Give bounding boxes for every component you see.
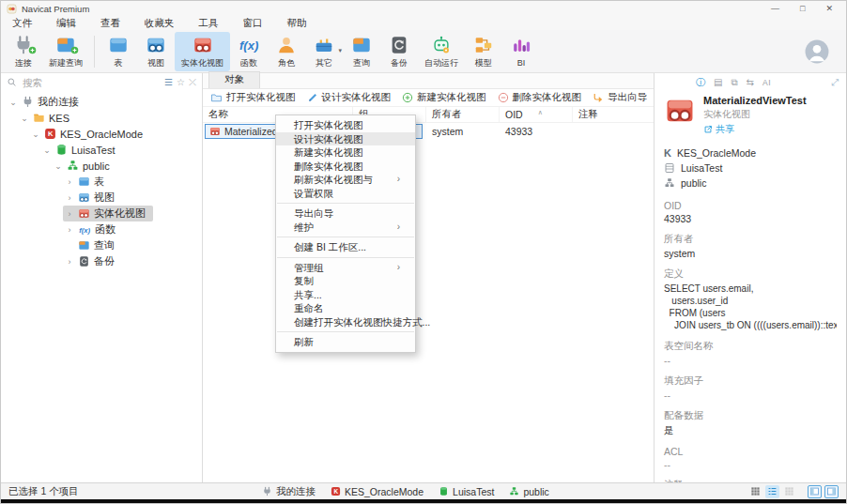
list-view-button[interactable] — [765, 485, 779, 498]
table-header: 名称 组 所有者 OID∧ 注释 — [203, 107, 654, 123]
ai-icon[interactable]: AI — [762, 77, 771, 88]
breadcrumb-public[interactable]: public — [509, 486, 548, 497]
column-header-oid[interactable]: OID∧ — [500, 107, 573, 122]
tree-item-kes[interactable]: ⌄KES — [1, 110, 202, 126]
query-icon — [78, 239, 90, 252]
toolbar-button-backup[interactable]: 备份 — [380, 32, 418, 71]
open-matview-button[interactable]: 打开实体化视图 — [210, 91, 296, 104]
tree-item-queries[interactable]: 查询 — [1, 237, 202, 253]
menu-tools[interactable]: 工具 — [199, 17, 219, 30]
context-menu-item-open[interactable]: 打开实体化视图 — [276, 118, 415, 132]
context-menu-item-share[interactable]: 共享... — [276, 288, 415, 302]
menu-edit[interactable]: 编辑 — [56, 17, 76, 30]
ddl-icon[interactable]: ▤ — [714, 77, 722, 88]
filter-icon[interactable]: ☰ — [164, 77, 173, 88]
expander-icon[interactable]: › — [65, 177, 74, 187]
toolbar-button-table[interactable]: 表 — [100, 32, 137, 71]
toggle-right-panel-button[interactable] — [824, 485, 839, 498]
submenu-arrow-icon: › — [397, 173, 400, 187]
export-wizard-button[interactable]: 导出向导 — [593, 91, 647, 104]
toolbar-button-new-query[interactable]: 新建查询 — [42, 32, 89, 71]
menu-file[interactable]: 文件 — [12, 17, 32, 30]
close-button[interactable]: ✕ — [825, 2, 833, 15]
star-icon[interactable]: ☆ — [177, 77, 185, 88]
delete-matview-button[interactable]: 删除实体化视图 — [498, 91, 582, 104]
object-type-label: 实体化视图 — [703, 108, 807, 121]
collapse-all-icon[interactable]: ⤫ — [189, 77, 196, 88]
expander-icon[interactable]: ⌄ — [20, 114, 29, 123]
table-row[interactable]: MaterializedViewTest system 43933 — [203, 123, 654, 140]
toolbar-button-connection[interactable]: 连接 — [5, 32, 42, 71]
share-link[interactable]: 共享 — [703, 123, 807, 136]
toolbar-button-materialized-view[interactable]: 实体化视图 — [175, 32, 230, 71]
tree-item-materialized-views[interactable]: ›实体化视图 — [1, 206, 202, 221]
structure-icon[interactable]: ⧉ — [731, 77, 737, 88]
toolbar-button-automation[interactable]: 自动运行 — [418, 32, 465, 71]
toolbar-button-others[interactable]: ▾ 其它 — [305, 32, 343, 71]
context-menu-item-refresh-with[interactable]: 刷新实体化视图与› — [276, 173, 415, 187]
menu-favorites[interactable]: 收藏夹 — [145, 17, 175, 30]
context-menu-item-create-shortcut[interactable]: 创建打开实体化视图快捷方式... — [276, 315, 415, 329]
tree-item-kes-oraclemode[interactable]: ⌄KES_OracleMode — [1, 126, 202, 142]
restore-button[interactable]: □ — [800, 2, 805, 15]
info-icon[interactable]: ⓘ — [696, 77, 705, 88]
grid-view-button[interactable] — [748, 485, 762, 498]
toolbar-button-view[interactable]: 视图 — [137, 32, 175, 71]
user-avatar[interactable] — [805, 39, 829, 64]
objects-panel: 对象 打开实体化视图 设计实体化视图 新建实体化视图 删除实体化视图 导出向导 … — [203, 73, 654, 482]
context-menu-item-delete[interactable]: 删除实体化视图 — [276, 160, 415, 174]
expander-icon[interactable]: › — [65, 209, 74, 219]
toolbar-button-query[interactable]: 查询 — [343, 32, 380, 71]
expander-icon[interactable]: › — [65, 193, 74, 203]
minimize-button[interactable]: — — [771, 2, 779, 15]
expander-icon[interactable]: ⌄ — [54, 161, 63, 171]
expander-icon[interactable]: ⌄ — [31, 130, 40, 139]
schema-icon — [509, 486, 519, 496]
design-matview-button[interactable]: 设计实体化视图 — [307, 91, 392, 104]
toolbar-button-function[interactable]: 函数 — [230, 32, 268, 71]
context-menu-item-permissions[interactable]: 设置权限 — [276, 187, 415, 201]
toggle-left-panel-button[interactable] — [808, 485, 822, 498]
expander-icon[interactable]: › — [65, 225, 74, 235]
context-menu-item-new[interactable]: 新建实体化视图 — [276, 145, 415, 160]
expand-panel-icon[interactable]: ⤢ — [831, 77, 839, 88]
menu-help[interactable]: 帮助 — [287, 17, 307, 30]
context-menu-item-manage-group[interactable]: 管理组› — [276, 261, 415, 275]
connection-sidebar: ☰ ☆ ⤫ ⌄我的连接 ⌄KES ⌄KES_OracleMode ⌄LuisaT… — [1, 73, 203, 482]
tree-item-functions[interactable]: ›函数 — [1, 221, 202, 237]
tree-item-backups[interactable]: ›备份 — [1, 253, 202, 269]
expander-icon[interactable]: ⌄ — [42, 145, 52, 155]
column-header-owner[interactable]: 所有者 — [426, 107, 500, 122]
toolbar-button-bi[interactable]: BI — [502, 33, 540, 69]
tree-item-views[interactable]: ›视图 — [1, 190, 202, 206]
tree-item-tables[interactable]: ›表 — [1, 174, 202, 190]
context-menu-item-rename[interactable]: 重命名 — [276, 301, 415, 315]
tree-item-my-connections[interactable]: ⌄我的连接 — [1, 94, 202, 110]
context-menu-item-export-wizard[interactable]: 导出向导 — [276, 206, 415, 221]
expander-icon[interactable]: › — [65, 257, 74, 267]
menu-bar: 文件 编辑 查看 收藏夹 工具 窗口 帮助 — [1, 16, 846, 30]
breadcrumb-kes-oraclemode[interactable]: KES_OracleMode — [331, 486, 424, 497]
compare-icon[interactable]: ⇆ — [747, 77, 754, 88]
tree-item-public[interactable]: ⌄public — [1, 158, 202, 174]
share-icon — [703, 125, 713, 134]
breadcrumb-luisatest[interactable]: LuisaTest — [439, 486, 494, 497]
context-menu-item-maintain[interactable]: 维护› — [276, 221, 415, 235]
toolbar-button-role[interactable]: 角色 — [268, 32, 305, 71]
context-menu-item-create-bi-workspace[interactable]: 创建 BI 工作区... — [276, 240, 415, 254]
context-menu-item-refresh[interactable]: 刷新 — [276, 335, 415, 349]
search-input[interactable] — [21, 76, 161, 89]
new-matview-button[interactable]: 新建实体化视图 — [402, 91, 486, 104]
expander-icon[interactable]: ⌄ — [8, 98, 18, 107]
tab-objects[interactable]: 对象 — [208, 71, 260, 88]
menu-view[interactable]: 查看 — [100, 17, 120, 30]
toolbar-button-model[interactable]: 模型 — [465, 32, 502, 71]
detail-view-button[interactable] — [782, 485, 796, 498]
context-menu-item-copy[interactable]: 复制 — [276, 274, 415, 288]
breadcrumb-my-connections[interactable]: 我的连接 — [262, 485, 316, 498]
context-menu-item-design[interactable]: 设计实体化视图 — [276, 132, 415, 146]
menu-window[interactable]: 窗口 — [243, 17, 263, 30]
info-panel: ⓘ ▤ ⧉ ⇆ AI ⤢ MaterializedViewTest 实体化视图 … — [654, 73, 846, 482]
tree-item-luisatest[interactable]: ⌄LuisaTest — [1, 142, 202, 158]
column-header-comment[interactable]: 注释 — [573, 107, 654, 122]
